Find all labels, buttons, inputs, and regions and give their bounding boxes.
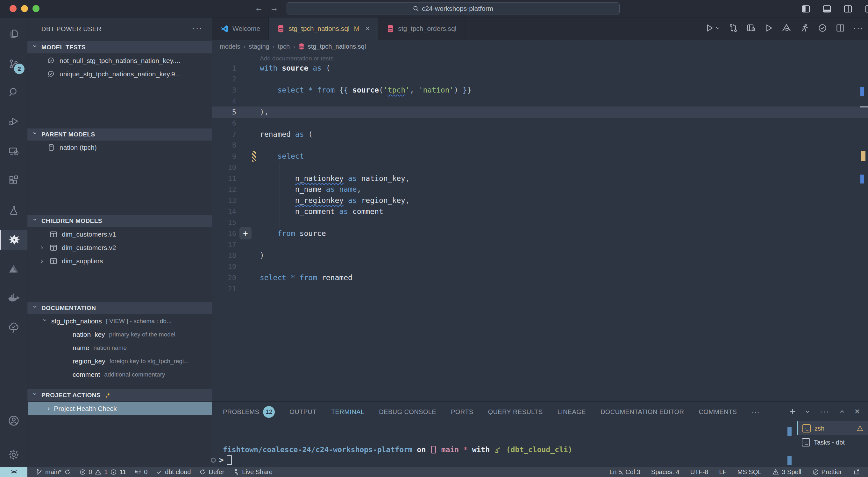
section-project-actions[interactable]: › PROJECT ACTIONS xyxy=(27,389,212,401)
doc-field-row[interactable]: nation_keyprimary key of the model xyxy=(72,328,176,341)
defer-status[interactable]: Defer xyxy=(199,468,224,476)
panel-tab-terminal[interactable]: TERMINAL xyxy=(331,408,364,416)
section-children-models[interactable]: › CHILDREN MODELS xyxy=(27,215,212,227)
code-line-13[interactable]: 13 n_regionkey as region_key, xyxy=(212,195,868,206)
code-line-5[interactable]: 5), xyxy=(212,106,868,118)
project-health-check-item[interactable]: › Project Health Check xyxy=(28,402,212,415)
breadcrumb-segment[interactable]: models xyxy=(220,43,240,50)
panel-scrollbar[interactable] xyxy=(787,456,792,465)
runner-icon[interactable] xyxy=(800,23,809,33)
run-debug-icon[interactable] xyxy=(0,112,27,131)
editor-tab-stg_tpch_orders-sql[interactable]: stg_tpch_orders.sql xyxy=(378,18,465,40)
terminal-tab-tasks-dbt[interactable]: ›_Tasks - dbt xyxy=(797,435,868,449)
remote-indicator[interactable]: >< xyxy=(0,467,27,477)
child-model-item[interactable]: ›dim_suppliers xyxy=(41,254,103,268)
panel-scrollbar[interactable] xyxy=(787,427,792,436)
child-model-item[interactable]: dim_customers.v1 xyxy=(41,228,116,241)
maximize-panel-icon[interactable] xyxy=(839,409,845,415)
toggle-panel-icon[interactable] xyxy=(822,4,832,14)
encoding-status[interactable]: UTF-8 xyxy=(690,468,709,476)
problems-status[interactable]: 0 1 11 xyxy=(79,468,126,476)
doc-field-row[interactable]: commentadditional commentary xyxy=(72,368,165,381)
parent-model-item[interactable]: nation (tpch) xyxy=(47,141,97,154)
code-line-4[interactable]: 4 xyxy=(212,96,868,107)
code-line-7[interactable]: 7renamed as ( xyxy=(212,129,868,140)
panel-tab-debug-console[interactable]: DEBUG CONSOLE xyxy=(379,408,436,416)
code-line-21[interactable]: 21 xyxy=(212,283,868,295)
prettier-status[interactable]: Prettier xyxy=(812,468,842,476)
git-compare-icon[interactable] xyxy=(728,23,738,33)
remote-explorer-icon[interactable] xyxy=(0,141,27,161)
spell-checker-status[interactable]: 3 Spell xyxy=(772,468,801,476)
codelens-action[interactable]: Add documentation or tests xyxy=(260,55,333,62)
nav-forward-icon[interactable]: → xyxy=(269,3,280,13)
open-preview-icon[interactable] xyxy=(746,23,756,33)
editor-tab-welcome[interactable]: Welcome xyxy=(212,18,269,40)
run-file-icon[interactable] xyxy=(764,24,773,32)
language-mode-status[interactable]: MS SQL xyxy=(738,468,762,476)
terminal-prompt[interactable]: > xyxy=(214,455,232,465)
cursor-position-status[interactable]: Ln 5, Col 3 xyxy=(610,468,640,476)
ports-status[interactable]: 0 xyxy=(134,468,148,476)
breadcrumb-segment[interactable]: staging xyxy=(249,43,269,50)
nav-back-icon[interactable]: ← xyxy=(253,3,265,13)
source-control-icon[interactable]: 2 xyxy=(0,54,27,74)
panel-tab-ports[interactable]: PORTS xyxy=(451,408,473,416)
terminal-dropdown-icon[interactable] xyxy=(805,409,810,414)
customize-layout-icon[interactable] xyxy=(864,4,868,14)
code-line-15[interactable]: 15 xyxy=(212,217,868,228)
docker-icon[interactable] xyxy=(0,288,27,308)
panel-tab-query-results[interactable]: QUERY RESULTS xyxy=(488,408,543,416)
breadcrumb[interactable]: models›staging›tpch›stg_tpch_nations.sql xyxy=(220,40,366,53)
doc-field-row[interactable]: region_keyforeign key to stg_tpch_regi..… xyxy=(72,354,189,368)
altimate-ai-icon[interactable] xyxy=(0,259,27,279)
indentation-status[interactable]: Spaces: 4 xyxy=(651,468,680,476)
testing-beaker-icon[interactable] xyxy=(0,201,27,220)
code-line-17[interactable]: 17 xyxy=(212,239,868,250)
code-line-20[interactable]: 20select * from renamed xyxy=(212,272,868,283)
breadcrumb-segment[interactable]: tpch xyxy=(278,43,290,50)
notifications-bell-icon[interactable] xyxy=(853,468,860,475)
section-documentation[interactable]: › DOCUMENTATION xyxy=(27,302,212,314)
code-line-16[interactable]: 16 from source xyxy=(212,228,868,239)
extensions-icon[interactable] xyxy=(0,171,27,191)
toggle-secondary-sidebar-icon[interactable] xyxy=(843,4,853,14)
search-view-icon[interactable] xyxy=(0,82,27,102)
doc-field-row[interactable]: namenation name xyxy=(72,341,127,354)
panel-more-icon[interactable]: ··· xyxy=(820,407,830,416)
command-center-search[interactable]: c24-workshops-platform xyxy=(286,2,620,15)
close-panel-icon[interactable]: × xyxy=(855,406,860,417)
section-model-tests[interactable]: › MODEL TESTS xyxy=(27,41,212,54)
documentation-model-row[interactable]: › stg_tpch_nations [ VIEW ] - schema : d… xyxy=(43,314,172,328)
code-editor[interactable]: models›staging›tpch›stg_tpch_nations.sql… xyxy=(212,40,868,401)
dbt-docs-icon[interactable] xyxy=(781,23,792,33)
close-icon[interactable]: × xyxy=(366,25,370,33)
code-line-9[interactable]: 9 select xyxy=(212,151,868,162)
panel-tab-output[interactable]: OUTPUT xyxy=(289,408,316,416)
editor-tab-stg_tpch_nations-sql[interactable]: stg_tpch_nations.sqlM× xyxy=(269,18,378,40)
window-close-button[interactable] xyxy=(9,5,17,12)
code-line-12[interactable]: 12 n_name as name, xyxy=(212,184,868,195)
panel-tab-comments[interactable]: COMMENTS xyxy=(699,408,737,416)
code-line-19[interactable]: 19 xyxy=(212,261,868,272)
section-parent-models[interactable]: › PARENT MODELS xyxy=(27,129,212,141)
code-line-10[interactable]: 10 xyxy=(212,162,868,173)
live-share-status[interactable]: Live Share xyxy=(232,468,273,476)
code-line-2[interactable]: 2 xyxy=(212,73,868,84)
window-minimize-button[interactable] xyxy=(21,5,28,12)
more-actions-icon[interactable]: ··· xyxy=(854,23,864,33)
model-test-item[interactable]: unique_stg_tpch_nations_nation_key.9... xyxy=(47,67,181,81)
code-line-1[interactable]: 1with source as ( xyxy=(212,63,868,74)
eol-status[interactable]: LF xyxy=(719,468,726,476)
code-line-8[interactable]: 8 xyxy=(212,140,868,151)
run-dropdown-icon[interactable] xyxy=(705,24,720,32)
dbt-power-user-icon[interactable] xyxy=(0,230,27,250)
breadcrumb-file[interactable]: stg_tpch_nations.sql xyxy=(308,43,366,50)
split-editor-icon[interactable] xyxy=(836,23,845,33)
code-line-6[interactable]: 6 xyxy=(212,118,868,129)
code-line-11[interactable]: 11 n_nationkey as nation_key, xyxy=(212,173,868,184)
branch-status[interactable]: main* xyxy=(36,468,71,476)
child-model-item[interactable]: ›dim_customers.v2 xyxy=(41,241,116,254)
terminal-tab-zsh[interactable]: ›_zsh xyxy=(797,421,868,435)
toggle-primary-sidebar-icon[interactable] xyxy=(801,4,811,14)
